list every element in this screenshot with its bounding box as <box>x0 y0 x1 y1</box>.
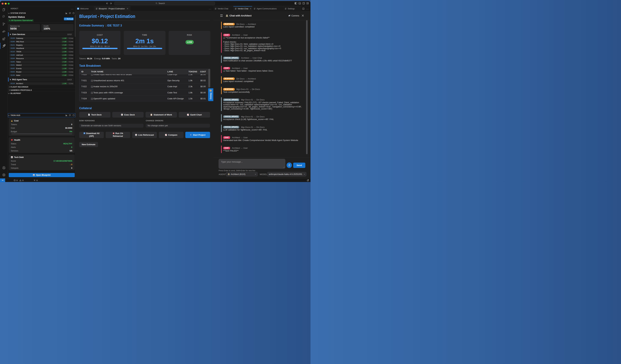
svg-text:$: $ <box>12 121 12 121</box>
